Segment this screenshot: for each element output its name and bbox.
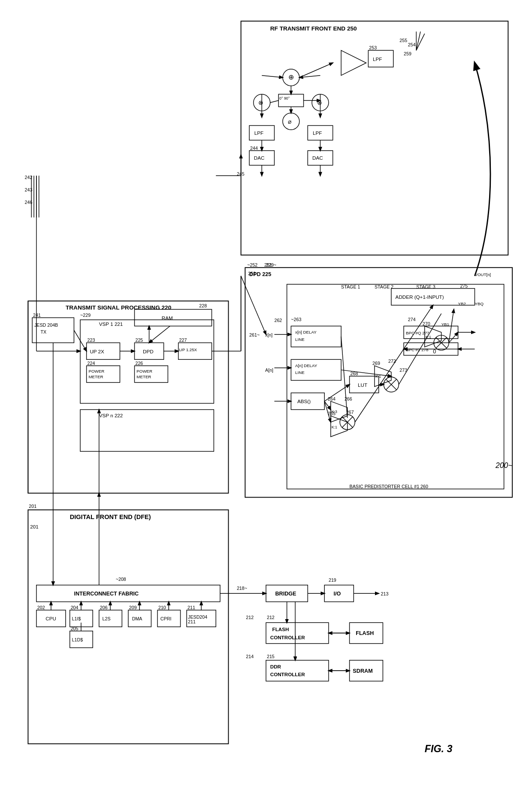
dma-label: DMA xyxy=(132,616,143,621)
flash-ctrl-label: FLASH xyxy=(272,626,289,632)
ref262: 262 xyxy=(274,318,282,323)
adder-ref: 275 xyxy=(460,283,468,289)
io-label: I/O xyxy=(334,591,341,597)
ref200: 200~ xyxy=(495,461,512,470)
jesd204-ref2: 211 xyxy=(188,619,196,624)
bp-label: BASIC PREDISTORTER CELL #1 260 xyxy=(350,484,428,489)
cpri-label: CPRI xyxy=(160,616,172,621)
adder-circle: ⊕ xyxy=(288,73,294,81)
vsp1-label: VSP 1 221 xyxy=(99,321,123,327)
flash-label: FLASH xyxy=(356,630,374,636)
bridge-label: BRIDGE xyxy=(275,591,296,597)
lpf-ref253: 253 xyxy=(369,45,377,50)
pm1-label2: METER xyxy=(88,374,103,379)
ref259: 259 xyxy=(404,51,411,56)
cpu-label: CPU xyxy=(45,616,56,621)
ref265: 265 xyxy=(328,411,336,416)
abs-label: ABS() xyxy=(297,398,311,404)
ref252b: 252 xyxy=(248,271,256,276)
phase-splitter: 0° 90° xyxy=(279,96,290,100)
xn-label: x[n] xyxy=(265,332,272,337)
pm2-label: POWER xyxy=(136,369,152,374)
zero-label: 0 xyxy=(433,349,436,355)
ref252: ~252 xyxy=(247,262,257,267)
diagram-container: DIGITAL FRONT END (DFE) 201 CPU 202 L1I$… xyxy=(9,9,523,781)
k1-1-label: K:1 xyxy=(332,425,337,429)
adder-label: ADDER (Q+1-INPUT) xyxy=(396,294,444,300)
circuit-diagram: DIGITAL FRONT END (DFE) 201 CPU 202 L1I$… xyxy=(9,9,523,781)
sdram-label: SDRAM xyxy=(353,668,372,674)
l1i-label: L1I$ xyxy=(72,616,81,621)
lpf3-label: LPF xyxy=(373,56,382,62)
vb2-label: YB2 xyxy=(458,301,466,306)
dfe-label: DIGITAL FRONT END (DFE) xyxy=(70,513,151,520)
fig-label: FIG. 3 xyxy=(425,743,453,754)
page: DIGITAL FRONT END (DFE) 201 CPU 202 L1I$… xyxy=(0,0,532,811)
dfe-ref: 201 xyxy=(30,524,38,529)
ref255: 255 xyxy=(399,38,407,43)
lpf2-label: LPF xyxy=(313,130,322,136)
ref213: 213 xyxy=(381,591,389,596)
dac2-label: DAC xyxy=(312,155,323,161)
pm2-label2: METER xyxy=(136,374,151,379)
delay1-label: x[n] DELAY xyxy=(295,330,317,334)
interconnect-ref: ~208 xyxy=(116,577,126,582)
dac1-label: DAC xyxy=(254,155,265,161)
ram-label: RAM xyxy=(162,315,173,321)
jesd204b-ref: 241 xyxy=(33,313,41,318)
l2s-ref: 206 xyxy=(100,605,108,610)
delay1-label2: LINE xyxy=(295,337,305,342)
pm1-ref: 224 xyxy=(88,361,95,366)
ref272: 272 xyxy=(388,358,396,364)
flash-ctrl-label2: CONTROLLER xyxy=(270,635,305,640)
bpc2-label: BPC #2 278 xyxy=(406,347,428,352)
l2s-label: L2S xyxy=(103,616,111,621)
stage2-label: STAGE 2 xyxy=(375,284,393,289)
lut-label: LUT xyxy=(358,382,367,388)
pm2-ref: 226 xyxy=(135,361,143,366)
ref261: 261~ xyxy=(249,332,260,337)
vout-label: VOUT[n] xyxy=(475,272,491,277)
l1i-ref: 204 xyxy=(71,605,79,610)
oscillator: ⌀ xyxy=(288,118,291,125)
stage1-label: STAGE 1 xyxy=(341,284,360,289)
dma-ref: 209 xyxy=(129,605,137,610)
flash-ctrl-ref: 212 xyxy=(267,615,275,620)
vbq-label: YBQ xyxy=(475,301,484,306)
vspn-label: VSP n 222 xyxy=(99,413,123,418)
ref254: 254 xyxy=(408,42,416,47)
ram-ref: 228 xyxy=(199,303,207,308)
delay2-label2: LINE xyxy=(295,370,305,375)
ref218: 218~ xyxy=(237,586,247,591)
up125x-label: UP 1.25X xyxy=(179,347,197,352)
cpu-ref: 202 xyxy=(37,605,45,610)
cpri-ref: 210 xyxy=(158,605,166,610)
stage3-label: STAGE 3 xyxy=(416,284,435,289)
dac-ref: 244 xyxy=(250,146,258,151)
io-ref: 219 xyxy=(329,577,336,583)
delay2-label: A[n] DELAY xyxy=(295,363,317,368)
an-label: A[n] xyxy=(265,368,273,373)
ref269: 269 xyxy=(372,361,380,366)
tsp-label: TRANSMIT SIGNAL PROCESSING 220 xyxy=(66,304,172,311)
jesd204b-label: JESD 204B xyxy=(34,322,58,328)
up2x-label: UP 2X xyxy=(90,349,104,354)
ref274: 274 xyxy=(408,317,416,322)
rf-label: RF TRANSMIT FRONT END 250 xyxy=(270,25,357,32)
ddr-ctrl-ref: 215 xyxy=(267,654,275,659)
l1d-ref: 205 xyxy=(71,626,79,631)
ref263: ~263 xyxy=(291,317,301,322)
jesd204b-label2: TX xyxy=(41,329,47,334)
vb1-label: YB1 xyxy=(441,322,449,327)
pm1-label: POWER xyxy=(88,369,104,374)
jesd204-ref: 211 xyxy=(187,605,195,610)
vsp1-ref: ~229 xyxy=(80,313,91,318)
l1d-label: L1D$ xyxy=(72,637,83,642)
vspref229: 229~ xyxy=(266,262,276,267)
ref214: 214 xyxy=(246,654,254,659)
lpf1-label: LPF xyxy=(254,130,263,136)
dpd-label: DPD xyxy=(143,349,154,354)
interconnect-label: INTERCONNECT FABRIC xyxy=(74,591,139,597)
dpd-ref: 225 xyxy=(135,337,143,343)
ddr-ctrl-label: DDR xyxy=(270,664,281,669)
